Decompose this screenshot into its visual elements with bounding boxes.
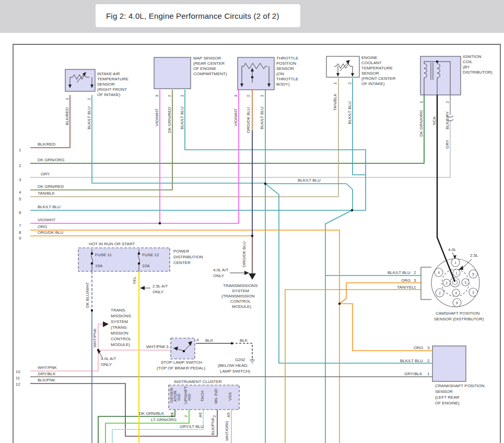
label: 6 [19,210,21,215]
label: ONLY [101,362,112,367]
label: 15A [95,264,103,268]
label: 2 [19,163,21,168]
label: DK GRN/ORG [419,110,424,137]
label: TRANS- [111,308,126,313]
label: TAN/BLK [333,93,337,111]
label: VSS [228,392,232,401]
label: 2 [445,101,450,103]
label: (LEFT REAR [435,395,460,400]
label: CRANKSHAFT POSITION [435,384,485,388]
label: DK BLU/WHT [85,282,90,308]
label: VIO/WHT [233,109,238,126]
label: BLK/LT BLU [347,101,352,124]
label: 6 [456,301,458,305]
label: BLK [205,338,214,343]
label: BODY) [276,82,290,87]
label: 1 [414,285,416,290]
label: GRY/LT BLU [180,424,204,429]
label: HOT IN RUN OR START [89,242,135,246]
junction-dot [91,309,93,312]
label: THROTTLE [276,77,298,81]
label: 2 [347,82,352,85]
label: SENSOR [97,82,115,87]
arrowhead [249,273,256,280]
label: MAP SENSOR [193,56,221,61]
label: 12 [16,382,20,387]
label: G202 [235,357,245,362]
junction-dot [264,183,266,185]
label: WHT/PNK [38,365,57,370]
label: ORG [401,278,411,283]
arrowhead [103,321,109,327]
label: CONTROL [230,299,251,304]
label: 2 [246,94,251,97]
label: MODULE) [111,342,130,347]
label: 2 [87,98,91,100]
junction-dot [91,262,93,265]
ground-g202 [250,358,255,364]
label: SENSOR [435,389,453,394]
label: 3 [19,177,21,182]
label: (BELOW HEAD- [218,363,249,368]
label: (TOP OF BRAKR PEDAL) [157,366,205,370]
label: 2.5L [470,253,478,258]
label: BLK/LT BLU [388,270,411,275]
wire-blk-lt-blu-iat [92,95,265,183]
label: COOLANT [361,61,382,65]
label: ORG/DK BLU [38,230,64,235]
label: SENSOR [361,71,379,76]
label: 11 [16,376,20,380]
label: FUSE 11 [95,253,112,257]
label: BLK/PNK [210,417,215,435]
ignition-coil-box [420,56,461,95]
label: 7 [19,223,21,228]
label: 3 [427,345,430,350]
label: 9 [19,236,21,241]
label: (TRANS- [111,325,128,330]
label: 1 [65,98,69,100]
label: TRANSMISSIONS [223,283,257,288]
label: GRY/BLK [404,372,423,376]
label: BLK [240,338,248,343]
label: CAMSHAFT POSITION [436,311,480,316]
label: 4.0L A/T [101,356,116,361]
label: 2 [212,415,217,417]
label: DK GRN/ORG [38,158,65,162]
junction-dot [159,222,161,224]
label: COIL [463,59,473,64]
label: BLK/LT BLU [38,205,61,209]
label: 1 [19,148,21,152]
label: 2 [427,358,430,363]
label: (RIGHT FRONT [97,87,127,92]
label: BLK/LT BLU [298,178,321,183]
label: MISSION [111,331,128,336]
label: 1 [427,372,430,376]
label: 4 [438,271,440,274]
label: 2 [414,270,416,275]
label: INTAKE AIR [97,71,120,76]
junction-dot [231,342,233,344]
label: ORG/DK BLU [246,107,251,133]
label: TAN/YEL [397,285,414,290]
label: 5 [19,197,21,201]
label: VIO/WHT [155,109,159,126]
wiring-diagram-page: Fig 2: 4.0L, Engine Performance Circuits… [0,0,504,443]
label: 7 [184,415,189,417]
label: 4.0L [448,247,456,252]
junction-dot [91,253,93,255]
label: 3 [166,344,169,349]
wire-vio-wht-7 [30,90,239,223]
label: LAMP SWITCH) [220,369,250,374]
wire-org-crank [339,304,432,351]
label: ONLY [213,273,225,278]
label: WHT/PNK [146,344,166,349]
label: 8 [19,230,21,235]
cam-connector-bracket [421,267,431,300]
label: THROTTLE [276,56,298,61]
junction-dot [138,262,140,265]
label: (TRANSMISSION [221,294,255,298]
label: LT GRN/ORG [151,417,177,422]
label: DK GRN/RED [167,107,172,133]
label: 10A [142,264,150,268]
label: TEMPERATURE [361,66,393,70]
